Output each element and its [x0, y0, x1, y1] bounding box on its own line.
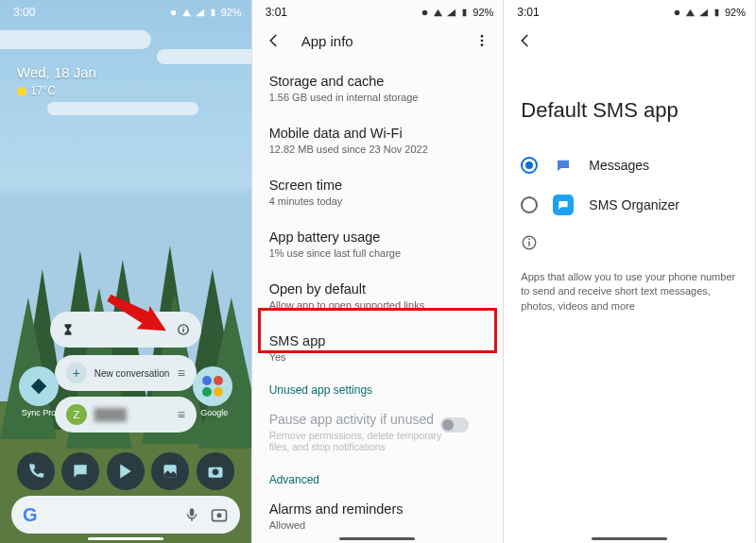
status-bar: 3:00 92% [0, 0, 251, 21]
battery-usage-item[interactable]: App battery usage 1% use since last full… [269, 218, 487, 270]
info-icon [521, 234, 538, 251]
more-icon[interactable] [474, 33, 490, 48]
back-icon[interactable] [517, 32, 534, 49]
svg-point-26 [422, 9, 428, 15]
status-icons: 92% [420, 7, 493, 18]
eq-icon: ≡ [178, 365, 185, 381]
mobile-data-item[interactable]: Mobile data and Wi-Fi 12.82 MB used sinc… [269, 114, 487, 166]
svg-rect-14 [182, 329, 183, 332]
svg-point-15 [182, 326, 183, 327]
option-sms-organizer[interactable]: SMS Organizer [504, 185, 755, 225]
option-label: SMS Organizer [589, 197, 679, 212]
option-label: Messages [589, 158, 649, 173]
svg-point-10 [170, 9, 176, 15]
default-sms-screen: 3:01 92% Default SMS app Messages SMS Or… [504, 0, 756, 543]
svg-point-18 [202, 387, 212, 397]
storage-cache-item[interactable]: Storage and cache 1.56 GB used in intern… [269, 62, 487, 114]
play-store-app[interactable] [107, 452, 145, 490]
sms-organizer-icon [553, 195, 574, 215]
app-info-screen: 3:01 92% App info Storage and cache 1.56… [252, 0, 505, 543]
screen-time-item[interactable]: Screen time 4 minutes today [269, 166, 487, 218]
weather-text: 17°C [17, 84, 96, 97]
page-title: Default SMS app [504, 51, 755, 145]
lens-icon[interactable] [210, 505, 229, 524]
info-icon [177, 323, 190, 336]
svg-point-16 [202, 376, 212, 385]
status-time: 3:01 [517, 6, 539, 19]
svg-rect-32 [715, 8, 719, 15]
status-bar: 3:01 92% [252, 0, 504, 21]
pause-toggle[interactable] [440, 417, 469, 433]
svg-point-29 [481, 40, 484, 42]
radio-unselected-icon[interactable] [521, 196, 538, 213]
status-time: 3:01 [266, 6, 287, 19]
appbar-title: App info [301, 33, 353, 49]
status-time: 3:00 [13, 6, 35, 19]
contact-name-blurred: ████ [94, 408, 127, 421]
nav-handle[interactable] [592, 537, 667, 540]
status-icons: 92% [168, 7, 242, 18]
svg-point-19 [214, 387, 223, 397]
svg-rect-23 [189, 508, 194, 516]
home-screen: 3:00 92% Wed, 18 Jan 17°C + New conversa… [0, 0, 252, 543]
plus-icon: + [66, 363, 87, 383]
avatar: Z [66, 404, 87, 425]
date-text: Wed, 18 Jan [17, 64, 96, 80]
contact-widget[interactable]: Z ████ ≡ [55, 397, 197, 433]
app-label-syncpro: Sync Pro [15, 408, 62, 417]
alarms-item[interactable]: Alarms and reminders Allowed [269, 490, 487, 542]
open-default-item[interactable]: Open by default Allow app to open suppor… [269, 270, 487, 322]
nav-handle[interactable] [339, 537, 415, 540]
advanced-section-label: Advanced [269, 464, 487, 490]
date-widget[interactable]: Wed, 18 Jan 17°C [17, 64, 96, 97]
svg-point-22 [213, 469, 219, 476]
appbar [504, 21, 755, 51]
phone-app[interactable] [17, 452, 55, 490]
app-icon-syncpro[interactable] [19, 366, 59, 406]
google-search-bar[interactable]: G [11, 496, 240, 534]
description-text: Apps that allow you to use your phone nu… [504, 264, 755, 319]
unused-section-label: Unused app settings [269, 374, 487, 400]
status-bar: 3:01 92% [504, 0, 755, 21]
svg-rect-11 [211, 8, 215, 15]
info-icon-row[interactable] [504, 225, 755, 264]
eq-icon: ≡ [178, 407, 185, 422]
svg-point-17 [214, 376, 223, 385]
messages-app[interactable] [61, 452, 99, 490]
folder-label-google: Google [191, 408, 238, 417]
messages-app-icon [553, 155, 574, 176]
google-g-icon: G [23, 504, 38, 526]
sms-app-item[interactable]: SMS app Yes [269, 322, 487, 374]
svg-point-25 [216, 513, 221, 518]
svg-point-30 [481, 43, 484, 46]
widget-label: New conversation [94, 368, 170, 379]
svg-rect-34 [529, 242, 531, 246]
camera-app[interactable] [197, 452, 234, 490]
hourglass-icon [61, 323, 75, 336]
back-icon[interactable] [266, 32, 283, 49]
option-messages[interactable]: Messages [504, 145, 755, 185]
svg-point-35 [528, 238, 530, 240]
google-folder[interactable] [193, 366, 232, 406]
appbar: App info [252, 21, 504, 60]
dock [0, 452, 251, 490]
status-icons: 92% [672, 7, 746, 18]
sun-icon [17, 87, 26, 96]
svg-point-28 [481, 35, 484, 38]
photos-app[interactable] [151, 452, 189, 490]
new-conversation-widget[interactable]: + New conversation ≡ [55, 355, 197, 391]
pause-activity-item: Pause app activity if unused Remove perm… [269, 400, 487, 464]
svg-point-31 [675, 9, 680, 15]
mic-icon[interactable] [183, 506, 200, 523]
radio-selected-icon[interactable] [521, 157, 538, 174]
svg-rect-27 [463, 8, 467, 15]
nav-handle[interactable] [88, 537, 163, 540]
